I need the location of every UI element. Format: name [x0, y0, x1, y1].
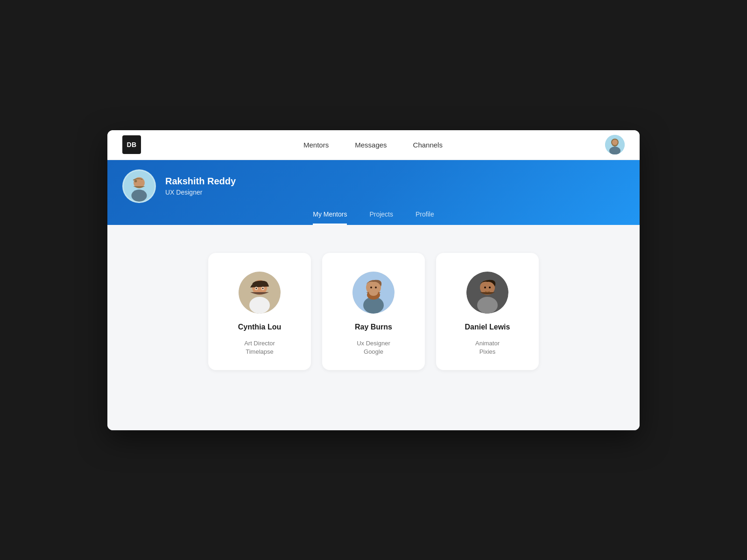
nav-messages[interactable]: Messages: [355, 141, 387, 149]
svg-point-7: [134, 180, 137, 182]
mentor-company-cynthia: Timelapse: [246, 348, 273, 355]
svg-point-6: [132, 189, 147, 202]
svg-point-26: [489, 287, 491, 288]
mentor-avatar-icon-daniel: [466, 272, 508, 314]
profile-title: UX Designer: [165, 189, 236, 196]
svg-point-14: [262, 287, 264, 289]
svg-point-13: [256, 287, 257, 289]
mentor-avatar-daniel: [466, 272, 508, 314]
top-nav: DB Mentors Messages Channels: [107, 130, 640, 160]
nav-channels[interactable]: Channels: [413, 141, 443, 149]
mentor-card-daniel[interactable]: Daniel Lewis Animator Pixies: [436, 253, 539, 371]
mentor-role-cynthia: Art Director: [244, 339, 275, 349]
user-avatar-icon: [605, 135, 625, 154]
profile-banner: Rakshith Reddy UX Designer My Mentors Pr…: [107, 160, 640, 225]
mentor-role-ray: Ux Designer: [357, 339, 390, 349]
svg-point-24: [477, 297, 498, 314]
mentor-card-ray[interactable]: Ray Burns Ux Designer Google: [322, 253, 425, 371]
mentors-grid: Cynthia Lou Art Director Timelapse: [163, 253, 584, 371]
svg-point-3: [612, 140, 618, 145]
app-logo[interactable]: DB: [122, 135, 141, 154]
profile-avatar[interactable]: [122, 169, 156, 203]
tab-my-mentors[interactable]: My Mentors: [313, 210, 347, 225]
mentor-name-cynthia: Cynthia Lou: [238, 323, 281, 331]
mentor-role-daniel: Animator: [475, 339, 500, 349]
sub-tabs: My Mentors Projects Profile: [122, 210, 625, 225]
svg-point-25: [484, 287, 486, 288]
mentor-avatar-icon-ray: [352, 272, 395, 314]
svg-point-10: [249, 297, 270, 314]
svg-point-19: [369, 288, 378, 296]
mentor-avatar-icon-cynthia: [239, 272, 281, 314]
mentor-card-cynthia[interactable]: Cynthia Lou Art Director Timelapse: [208, 253, 311, 371]
main-content: Cynthia Lou Art Director Timelapse: [107, 225, 640, 430]
svg-point-20: [370, 287, 372, 288]
nav-links: Mentors Messages Channels: [303, 141, 443, 149]
profile-name: Rakshith Reddy: [165, 176, 236, 187]
profile-text: Rakshith Reddy UX Designer: [165, 176, 236, 196]
nav-mentors[interactable]: Mentors: [303, 141, 329, 149]
mentor-avatar-ray: [352, 272, 395, 314]
tab-profile[interactable]: Profile: [416, 210, 434, 225]
profile-avatar-icon: [124, 171, 155, 202]
profile-info: Rakshith Reddy UX Designer: [122, 169, 625, 203]
svg-point-21: [375, 287, 377, 288]
user-avatar-nav[interactable]: [605, 135, 625, 154]
mentor-avatar-cynthia: [239, 272, 281, 314]
tab-projects[interactable]: Projects: [369, 210, 393, 225]
mentor-company-daniel: Pixies: [479, 348, 496, 355]
mentor-name-ray: Ray Burns: [355, 323, 392, 331]
app-window: DB Mentors Messages Channels: [107, 130, 640, 430]
mentor-name-daniel: Daniel Lewis: [465, 323, 510, 331]
mentor-company-ray: Google: [364, 348, 383, 355]
